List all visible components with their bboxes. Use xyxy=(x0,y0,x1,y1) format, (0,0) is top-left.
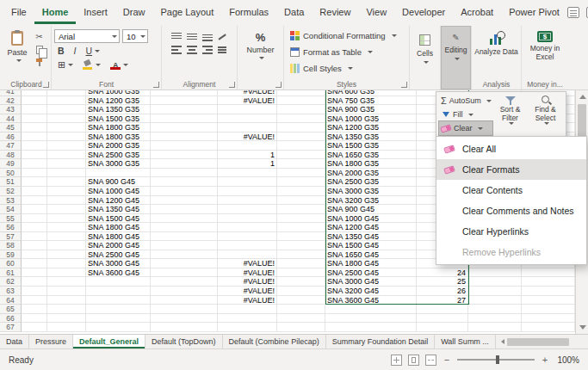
row-header[interactable]: 58 xyxy=(0,241,22,250)
cell[interactable] xyxy=(277,241,325,250)
cell[interactable] xyxy=(86,296,151,305)
cell[interactable]: SNA 1200 G35 xyxy=(325,123,417,133)
align-right-icon[interactable] xyxy=(202,46,213,54)
cell[interactable]: SNA 2000 G35 xyxy=(325,169,417,178)
cell[interactable] xyxy=(417,305,468,314)
cell[interactable] xyxy=(22,105,47,114)
cell[interactable] xyxy=(218,214,277,224)
cell[interactable]: SNA 1000 G35 xyxy=(325,114,417,124)
cell[interactable]: SNA 2500 G45 xyxy=(86,250,151,260)
cell[interactable] xyxy=(325,314,417,324)
format-painter-icon[interactable] xyxy=(35,59,43,67)
ribbon-tab-power-pivot[interactable]: Power Pivot xyxy=(501,0,567,24)
scroll-down-icon[interactable] xyxy=(579,325,586,330)
cell[interactable] xyxy=(468,287,522,296)
zoom-slider[interactable] xyxy=(457,359,535,361)
cell[interactable] xyxy=(468,323,522,332)
cell[interactable] xyxy=(151,314,218,324)
cell[interactable]: #VALUE! xyxy=(218,259,277,268)
cell[interactable] xyxy=(218,305,277,314)
cell[interactable]: SNA 3000 G35 xyxy=(86,159,151,169)
normal-view-button[interactable] xyxy=(391,355,402,366)
cell[interactable]: SNA 1350 G35 xyxy=(325,133,417,142)
cell[interactable] xyxy=(86,314,151,324)
cell[interactable] xyxy=(47,114,86,124)
cell[interactable] xyxy=(22,177,47,187)
cell[interactable] xyxy=(151,105,218,114)
copy-icon[interactable] xyxy=(36,46,43,54)
cell[interactable] xyxy=(151,151,218,160)
cell[interactable] xyxy=(277,133,325,142)
row-header[interactable]: 56 xyxy=(0,223,22,232)
row-header[interactable]: 48 xyxy=(0,151,22,160)
row-header[interactable]: 50 xyxy=(0,169,22,178)
cell[interactable] xyxy=(151,241,218,250)
cell[interactable] xyxy=(218,223,277,232)
cell-styles-button[interactable]: Cell Styles xyxy=(287,60,406,77)
cell[interactable] xyxy=(522,314,575,324)
cell[interactable] xyxy=(151,223,218,232)
conditional-formatting-button[interactable]: Conditional Formatting xyxy=(287,28,406,44)
cell[interactable] xyxy=(277,151,325,160)
cell[interactable] xyxy=(47,250,86,260)
row-header[interactable]: 46 xyxy=(0,133,22,142)
cell[interactable] xyxy=(151,123,218,133)
cell[interactable] xyxy=(277,96,325,106)
ribbon-tab-review[interactable]: Review xyxy=(312,0,358,24)
cell[interactable]: SNA 900 G45 xyxy=(325,205,417,214)
cell[interactable] xyxy=(522,323,575,332)
cell[interactable] xyxy=(151,232,218,242)
cell[interactable] xyxy=(151,287,218,296)
ribbon-tab-insert[interactable]: Insert xyxy=(76,0,115,24)
cell[interactable] xyxy=(325,323,417,332)
cell[interactable] xyxy=(22,305,47,314)
cell[interactable] xyxy=(218,187,277,196)
cell[interactable]: SNA 1800 G35 xyxy=(86,123,151,133)
cell[interactable] xyxy=(325,305,417,314)
cell[interactable] xyxy=(218,169,277,178)
cell[interactable] xyxy=(522,287,575,296)
cell[interactable]: 27 xyxy=(417,296,468,305)
cell[interactable] xyxy=(47,323,86,332)
row-header[interactable]: 65 xyxy=(0,305,22,314)
sheet-tab-default-general[interactable]: Default_General xyxy=(73,335,145,348)
find-select-button[interactable]: Find & Select xyxy=(528,94,563,135)
row-header[interactable]: 60 xyxy=(0,259,22,268)
cell[interactable] xyxy=(47,133,86,142)
cell[interactable]: #VALUE! xyxy=(218,96,277,106)
cell[interactable]: SNA 3000 G45 xyxy=(325,277,417,287)
cell[interactable] xyxy=(22,250,47,260)
paste-button[interactable]: Paste xyxy=(4,28,30,78)
row-header[interactable]: 52 xyxy=(0,187,22,196)
cell[interactable] xyxy=(47,151,86,160)
sheet-tab-summary-foundation-detail[interactable]: Summary Foundation Detail xyxy=(326,335,436,348)
cell[interactable] xyxy=(277,232,325,242)
cell[interactable] xyxy=(22,223,47,232)
cell[interactable] xyxy=(22,133,47,142)
cell[interactable] xyxy=(22,114,47,124)
cell[interactable]: SNA 3000 G45 xyxy=(86,259,151,268)
cell[interactable]: SNA 1200 G45 xyxy=(86,196,151,206)
cell[interactable] xyxy=(218,141,277,151)
cut-icon[interactable]: ✂ xyxy=(35,33,42,41)
cell[interactable] xyxy=(22,287,47,296)
cell[interactable] xyxy=(218,205,277,214)
cell[interactable] xyxy=(47,105,86,114)
tab-scroll-left-icon[interactable] xyxy=(501,339,504,344)
cell[interactable]: SNA 1350 G45 xyxy=(325,232,417,242)
cell[interactable]: 26 xyxy=(417,287,468,296)
cell[interactable] xyxy=(47,123,86,133)
cell[interactable] xyxy=(151,196,218,206)
analyze-data-button[interactable]: Analyze Data xyxy=(474,28,518,57)
cell[interactable] xyxy=(22,277,47,287)
alignment-dialog-launcher[interactable] xyxy=(229,82,235,88)
borders-button[interactable]: ⊞ xyxy=(54,59,77,71)
row-header[interactable]: 67 xyxy=(0,323,22,332)
cell[interactable]: SNA 1200 G35 xyxy=(86,96,151,106)
cell[interactable]: SNA 1200 G45 xyxy=(325,223,417,232)
ribbon-tab-draw[interactable]: Draw xyxy=(115,0,153,24)
cell[interactable] xyxy=(218,114,277,124)
row-header[interactable]: 42 xyxy=(0,96,22,106)
cell[interactable]: SNA 2500 G45 xyxy=(325,268,417,278)
cell[interactable]: SNA 1800 G45 xyxy=(86,223,151,232)
